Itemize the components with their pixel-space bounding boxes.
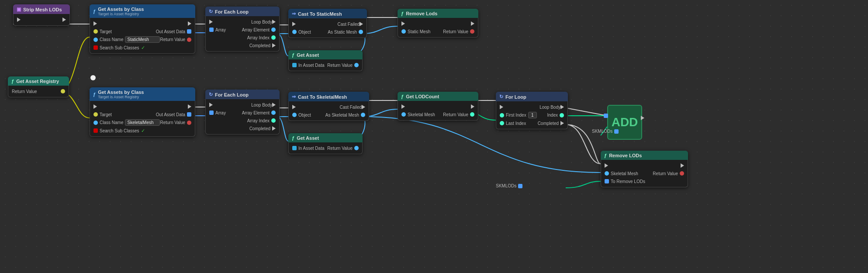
exec-out-glc [471,104,474,109]
get-assets-by-class-2-icon: ƒ [93,92,96,97]
add-node: ADD [607,105,642,140]
get-assets-by-class-1-node: ƒ Get Assets by Class Target is Asset Re… [90,4,195,54]
get-asset-2-header: ƒ Get Asset [288,133,363,142]
return-value-label: Return Value [12,89,37,94]
cast-skeletalmesh-header: ⇒ Cast To SkeletalMesh [288,92,369,101]
exec-in-rl1 [401,21,405,26]
array-index-pin-2 [271,118,276,123]
get-assets-by-class-1-subtitle: Target is Asset Registry [98,12,144,16]
get-assets-by-class-2-subtitle: Target is Asset Registry [98,95,144,99]
array-element-pin [271,28,276,32]
exec-in-cast2 [292,105,296,109]
search-sub-pin [93,45,98,50]
class-name-input[interactable]: StaticMesh [125,36,160,43]
static-mesh-in-pin [401,29,406,34]
array-element-pin-2 [271,111,276,115]
return-value-rl1 [470,29,474,34]
in-asset-data-pin-2 [292,146,297,150]
get-assets-by-class-2-node: ƒ Get Assets by Class Target is Asset Re… [90,87,195,137]
for-each-loop-1-body: Loop Body Array Array Element Array Inde… [205,16,280,52]
get-assets-by-class-2-header: ƒ Get Assets by Class Target is Asset Re… [90,87,195,101]
for-each-loop-2-icon: ↻ [209,92,213,97]
for-each-loop-2-node: ↻ For Each Loop Loop Body Array Array El… [205,90,280,135]
search-sub-check-2: ✓ [141,128,145,134]
for-each-loop-1-node: ↻ For Each Loop Loop Body Array Array El… [205,7,280,52]
exec-in-feloop1 [209,20,213,24]
remove-lods-2-body: Skeletal Mesh Return Value To Remove LOD… [601,160,688,187]
first-index-pin [500,113,504,117]
search-sub-pin-2 [93,128,98,133]
for-loop-title: For Loop [505,94,526,100]
skmlods-1-node: SKMLODs [592,129,619,134]
remove-lods-1-body: Static Mesh Return Value [398,18,478,38]
cast-staticmesh-icon: ⇒ [292,11,296,17]
get-asset-registry-header: ƒ Get Asset Registry [8,76,69,86]
junction-dot-1 [90,75,96,80]
for-loop-header: ↻ For Loop [496,92,568,101]
cast-failed-pin-2 [362,105,365,109]
strip-mesh-lods-icon: ▣ [17,7,21,12]
search-sub-row-2: Search Sub Classes ✓ [90,127,195,135]
as-skeletal-mesh-pin [361,113,365,117]
get-asset-registry-icon: ƒ [11,79,14,84]
blueprint-canvas[interactable]: ▣ Strip Mesh LODs ƒ Get Asset Registry R… [0,0,868,273]
out-asset-data-pin [187,29,191,34]
return-value-pin-ga2 [354,146,359,150]
remove-lods-1-icon: ƒ [401,11,404,16]
cast-skeletalmesh-icon: ⇒ [292,94,296,100]
cast-staticmesh-title: Cast To StaticMesh [298,11,342,17]
target-pin-2 [93,112,98,117]
get-asset-1-title: Get Asset [297,52,319,58]
get-assets-by-class-1-body: Target Out Asset Data Class Name StaticM… [90,18,195,54]
get-lod-count-node: ƒ Get LODCount Skeletal Mesh Return Valu… [398,92,478,121]
completed-pin-2 [272,126,276,131]
get-asset-2-icon: ƒ [292,135,294,141]
array-in-pin-2 [209,111,214,115]
get-assets-by-class-1-title: Get Assets by Class [98,7,144,12]
strip-mesh-lods-node: ▣ Strip Mesh LODs [13,4,70,26]
get-lod-count-body: Skeletal Mesh Return Value [398,101,478,121]
loop-body-fl [560,105,564,109]
return-value-rl2 [680,171,684,176]
array-index-pin [271,35,276,40]
to-remove-lods-pin [605,179,609,183]
remove-lods-2-node: ƒ Remove LODs Skeletal Mesh Return Value [601,151,688,187]
get-lod-count-icon: ƒ [401,94,404,99]
strip-mesh-lods-body [13,14,70,26]
for-each-loop-1-icon: ↻ [209,9,213,14]
get-lod-count-header: ƒ Get LODCount [398,92,478,101]
get-asset-registry-body: Return Value [8,86,69,97]
return-value-row: Return Value [8,87,69,95]
for-each-loop-1-header: ↻ For Each Loop [205,7,280,16]
cast-staticmesh-body: Cast Failed Object As Static Mesh [288,18,367,38]
exec-out [188,21,191,26]
get-asset-1-header: ƒ Get Asset [288,50,363,59]
index-out-pin [560,113,564,117]
exec-out-rl2 [681,163,684,168]
return-value-glc [470,112,474,117]
first-index-value[interactable]: 1 [528,112,537,118]
cast-skeletalmesh-title: Cast To SkeletalMesh [298,94,347,100]
add-label: ADD [612,115,638,129]
exec-row-2 [90,103,195,111]
for-loop-body: Loop Body First Index 1 Index Last Index [496,101,568,129]
loop-body-pin [272,20,276,24]
get-lod-count-title: Get LODCount [406,94,439,99]
for-each-loop-2-body: Loop Body Array Array Element Array Inde… [205,99,280,135]
exec-row-1 [90,20,195,28]
get-asset-2-node: ƒ Get Asset In Asset Data Return Value [288,133,363,154]
remove-lods-1-header: ƒ Remove Lods [398,9,478,18]
class-name-row: Class Name StaticMesh Return Value [90,35,195,44]
as-static-mesh-pin [359,30,363,34]
strip-mesh-lods-title: Strip Mesh LODs [23,7,62,12]
remove-lods-1-node: ƒ Remove Lods Static Mesh Return Value [398,9,478,38]
add-left-pin [604,114,608,119]
for-loop-node: ↻ For Loop Loop Body First Index 1 Index [496,92,568,129]
exec-in-pin [17,17,21,22]
class-name-input-2[interactable]: SkeletalMesh [125,119,160,126]
get-asset-1-body: In Asset Data Return Value [288,59,363,71]
get-asset-2-body: In Asset Data Return Value [288,142,363,154]
array-in-pin [209,28,214,32]
return-value-pin-ga1 [354,63,359,67]
get-assets-by-class-1-header: ƒ Get Assets by Class Target is Asset Re… [90,4,195,18]
